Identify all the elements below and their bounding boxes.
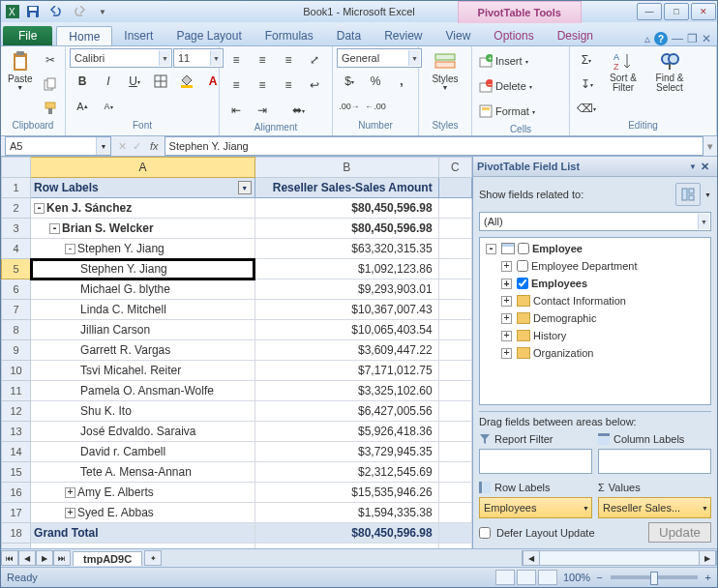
zoom-slider[interactable] (611, 575, 698, 579)
paste-button[interactable]: Paste ▼ (5, 48, 36, 93)
clear-icon[interactable]: ⌫▾ (574, 97, 599, 120)
italic-icon[interactable]: I (96, 70, 121, 93)
cell-A5[interactable]: Stephen Y. Jiang (31, 259, 255, 279)
field-tree-item[interactable]: +Organization (480, 344, 710, 362)
cell-A6[interactable]: Michael G. blythe (31, 279, 255, 300)
redo-icon[interactable] (69, 2, 90, 21)
row-header-15[interactable]: 15 (2, 462, 31, 483)
align-top-icon[interactable]: ≡ (224, 48, 249, 72)
outline-toggle-icon[interactable]: - (65, 244, 75, 254)
row-header-8[interactable]: 8 (2, 320, 31, 340)
cell-C1[interactable] (438, 178, 471, 198)
cell-A1[interactable]: Row Labels▼ (31, 178, 255, 198)
expand-formula-icon[interactable]: ▾ (703, 140, 717, 153)
cell-C2[interactable] (438, 198, 471, 219)
orientation-icon[interactable]: ⤢ (302, 48, 327, 72)
field-tree[interactable]: -Employee+Employee Department+Employees+… (479, 237, 711, 405)
bold-icon[interactable]: B (70, 70, 95, 93)
undo-icon[interactable] (45, 2, 67, 21)
pane-dropdown-icon[interactable]: ▼ (689, 162, 697, 171)
worksheet-grid[interactable]: ABC1Row Labels▼Reseller Sales-Sales Amou… (1, 157, 472, 548)
delete-cells-button[interactable]: –Delete▾ (476, 74, 535, 99)
fill-color-icon[interactable] (174, 70, 199, 93)
cell-C16[interactable] (438, 483, 471, 503)
row-header-17[interactable]: 17 (2, 503, 31, 523)
cell-B16[interactable]: $15,535,946.26 (254, 483, 438, 503)
outline-toggle-icon[interactable]: + (65, 487, 75, 498)
tree-toggle-icon[interactable]: + (501, 279, 512, 289)
values-area[interactable]: ΣValues Reseller Sales...▼ (598, 480, 711, 518)
cell-C18[interactable] (438, 523, 471, 544)
zoom-out-icon[interactable]: − (596, 572, 602, 583)
tree-toggle-icon[interactable]: + (501, 348, 512, 359)
tab-options[interactable]: Options (482, 26, 545, 45)
column-header-B[interactable]: B (254, 158, 438, 178)
align-bottom-icon[interactable]: ≡ (276, 48, 301, 72)
cell-A2[interactable]: -Ken J. Sánchez (31, 198, 255, 219)
cell-B12[interactable]: $6,427,005.56 (254, 401, 438, 422)
cell-B13[interactable]: $5,926,418.36 (254, 422, 438, 442)
row-header-12[interactable]: 12 (2, 401, 31, 422)
underline-icon[interactable]: U▾ (122, 70, 147, 93)
select-all-corner[interactable] (2, 158, 31, 178)
fill-icon[interactable]: ↧▾ (574, 73, 599, 96)
tab-formulas[interactable]: Formulas (254, 26, 325, 45)
number-format-combo[interactable]: General▼ (337, 48, 422, 68)
cell-C9[interactable] (438, 340, 471, 361)
row-header-11[interactable]: 11 (2, 381, 31, 401)
sheet-nav-first-icon[interactable]: ⏮ (1, 550, 18, 566)
row-header-16[interactable]: 16 (2, 483, 31, 503)
minimize-ribbon-icon[interactable]: ▵ (644, 32, 650, 45)
row-header-2[interactable]: 2 (2, 198, 31, 219)
cell-B1[interactable]: Reseller Sales-Sales Amount (254, 178, 438, 198)
cell-B11[interactable]: $3,325,102.60 (254, 381, 438, 401)
copy-icon[interactable] (38, 73, 63, 96)
find-select-button[interactable]: Find & Select (647, 48, 692, 95)
field-checkbox[interactable] (518, 243, 529, 254)
cell-C8[interactable] (438, 320, 471, 340)
tab-view[interactable]: View (434, 26, 483, 45)
align-right-icon[interactable]: ≡ (276, 74, 301, 97)
field-checkbox[interactable] (517, 278, 528, 289)
tab-home[interactable]: Home (56, 26, 112, 45)
cell-A3[interactable]: -Brian S. Welcker (31, 219, 255, 239)
pivot-filter-icon[interactable]: ▼ (238, 181, 252, 194)
page-break-view-icon[interactable] (538, 570, 557, 585)
cell-A7[interactable]: Linda C. Mitchell (31, 300, 255, 320)
row-header-9[interactable]: 9 (2, 340, 31, 361)
cell-A10[interactable]: Tsvi Micahel. Reiter (31, 361, 255, 381)
zoom-level[interactable]: 100% (563, 572, 590, 583)
row-header-13[interactable]: 13 (2, 422, 31, 442)
related-to-combo[interactable]: (All)▼ (479, 212, 711, 231)
cell-B8[interactable]: $10,065,403.54 (254, 320, 438, 340)
align-middle-icon[interactable]: ≡ (250, 48, 275, 72)
cell-C4[interactable] (438, 239, 471, 259)
pane-close-icon[interactable]: ✕ (697, 161, 713, 173)
cell-A12[interactable]: Shu K. Ito (31, 401, 255, 422)
page-layout-view-icon[interactable] (517, 570, 536, 585)
sheet-nav-last-icon[interactable]: ⏭ (53, 550, 71, 566)
close-button[interactable]: ✕ (691, 3, 716, 20)
cell-C14[interactable] (438, 442, 471, 462)
increase-indent-icon[interactable]: ⇥ (250, 99, 275, 122)
cell-C10[interactable] (438, 361, 471, 381)
decrease-decimal-icon[interactable]: ←.00 (363, 95, 388, 118)
cell-B2[interactable]: $80,450,596.98 (254, 198, 438, 219)
cell-C11[interactable] (438, 381, 471, 401)
field-layout-icon[interactable] (675, 183, 701, 206)
cell-B14[interactable]: $3,729,945.35 (254, 442, 438, 462)
field-tree-item[interactable]: -Employee (480, 240, 710, 257)
column-header-A[interactable]: A (31, 158, 255, 178)
merge-icon[interactable]: ⬌▾ (276, 99, 320, 122)
sheet-nav-prev-icon[interactable]: ◀ (18, 550, 36, 566)
tab-design[interactable]: Design (546, 26, 605, 45)
percent-icon[interactable]: % (363, 70, 388, 93)
doc-restore-button[interactable]: ❐ (687, 32, 698, 45)
formula-input[interactable]: Stephen Y. Jiang (165, 136, 703, 156)
tree-toggle-icon[interactable]: + (501, 296, 512, 307)
cancel-formula-icon[interactable]: ✕ (115, 140, 130, 153)
enter-formula-icon[interactable]: ✓ (130, 140, 144, 153)
font-name-combo[interactable]: Calibri▼ (70, 48, 172, 68)
sheet-tab[interactable]: tmpAD9C (73, 551, 142, 566)
format-painter-icon[interactable] (38, 97, 63, 120)
